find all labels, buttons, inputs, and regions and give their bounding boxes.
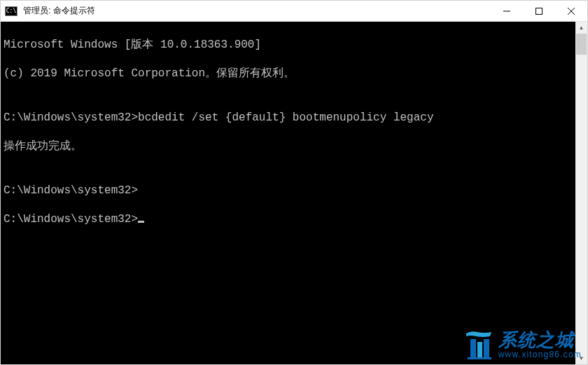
svg-rect-1	[536, 8, 542, 14]
watermark: 系统之城 www.xitong86.com	[463, 329, 582, 360]
prompt: C:\Windows\system32>	[4, 184, 138, 197]
terminal-area[interactable]: Microsoft Windows [版本 10.0.18363.900] (c…	[1, 22, 587, 364]
svg-rect-7	[468, 357, 491, 359]
terminal-line: C:\Windows\system32>	[4, 184, 584, 198]
minimize-icon	[503, 8, 510, 15]
terminal-line: 操作成功完成。	[4, 139, 584, 154]
terminal-line: C:\Windows\system32>	[4, 212, 584, 227]
terminal-line: (c) 2019 Microsoft Corporation。保留所有权利。	[4, 67, 584, 81]
close-button[interactable]	[555, 1, 587, 21]
scroll-up-arrow[interactable]: ▲	[575, 22, 587, 34]
cursor	[138, 221, 144, 223]
command-text: bcdedit /set {default} bootmenupolicy le…	[138, 111, 433, 124]
svg-rect-6	[484, 339, 489, 357]
watermark-title: 系统之城	[498, 331, 582, 349]
watermark-text: 系统之城 www.xitong86.com	[498, 331, 582, 359]
watermark-url: www.xitong86.com	[498, 350, 582, 359]
window-controls	[491, 1, 587, 21]
terminal-line: C:\Windows\system32>bcdedit /set {defaul…	[4, 111, 584, 125]
window-title: 管理员: 命令提示符	[22, 5, 491, 17]
cmd-icon: C:\	[5, 6, 18, 16]
prompt: C:\Windows\system32>	[4, 111, 138, 124]
close-icon	[568, 8, 575, 15]
maximize-button[interactable]	[523, 1, 555, 21]
prompt: C:\Windows\system32>	[4, 213, 138, 226]
scrollbar-thumb[interactable]	[576, 34, 587, 55]
vertical-scrollbar[interactable]: ▲ ▼	[575, 22, 587, 364]
svg-rect-5	[477, 342, 482, 357]
svg-rect-4	[470, 339, 476, 357]
titlebar: C:\ 管理员: 命令提示符	[1, 1, 587, 22]
watermark-logo-icon	[463, 329, 494, 360]
terminal-line: Microsoft Windows [版本 10.0.18363.900]	[4, 38, 584, 53]
minimize-button[interactable]	[491, 1, 523, 21]
maximize-icon	[536, 8, 542, 15]
